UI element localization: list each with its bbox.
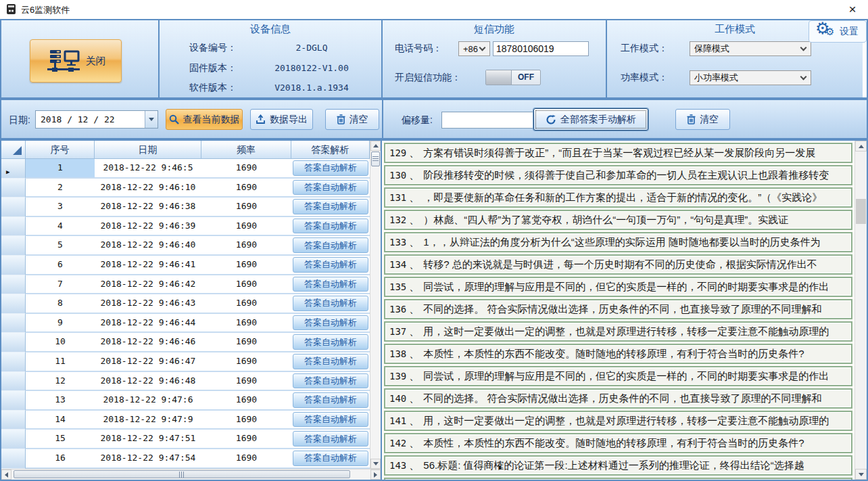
column-header-date[interactable]: 日期 bbox=[95, 141, 201, 159]
message-row[interactable]: 131、，即是要使新的革命任务和新的工作方案的提出，适合于新的情况的变化。”（《… bbox=[384, 187, 852, 208]
table-row[interactable]: 8 2018-12-22 9:46:43 1690 答案自动解析 bbox=[1, 294, 381, 314]
table-row[interactable]: 6 2018-12-22 9:46:41 1690 答案自动解析 bbox=[1, 256, 381, 275]
row-header[interactable] bbox=[1, 275, 26, 295]
table-row[interactable]: 14 2018-12-22 9:47:9 1690 答案自动解析 bbox=[1, 411, 381, 430]
table-row[interactable]: 16 2018-12-22 9:47:54 1690 答案自动解析 bbox=[1, 449, 381, 469]
messages-vscroll-thumb[interactable] bbox=[856, 199, 866, 224]
grid-vscroll-thumb[interactable] bbox=[371, 152, 380, 166]
row-header[interactable] bbox=[1, 333, 26, 352]
grid-hscroll-thumb[interactable] bbox=[14, 470, 350, 478]
message-number: 138 bbox=[389, 348, 406, 359]
table-row[interactable]: 4 2018-12-22 9:46:39 1690 答案自动解析 bbox=[1, 217, 381, 237]
auto-parse-button[interactable]: 答案自动解析 bbox=[293, 431, 368, 446]
row-header[interactable] bbox=[1, 314, 26, 334]
window-close-icon[interactable]: × bbox=[844, 1, 861, 18]
up-arrow-icon bbox=[859, 145, 864, 148]
sms-toggle-switch[interactable]: OFF bbox=[485, 70, 541, 85]
message-row[interactable]: 132、）林彪、“四人帮”为了篡党夺权，胡诌什么“一句顶一万句”，“句句是真理”… bbox=[384, 210, 852, 230]
row-header[interactable] bbox=[1, 391, 26, 411]
table-row[interactable]: 15 2018-12-22 9:47:51 1690 答案自动解析 bbox=[1, 430, 381, 449]
auto-parse-button[interactable]: 答案自动解析 bbox=[293, 296, 368, 311]
clear-grid-button[interactable]: 清空 bbox=[325, 109, 379, 130]
power-mode-select[interactable]: 小功率模式 bbox=[690, 70, 811, 85]
scroll-up-button[interactable] bbox=[855, 141, 867, 152]
grid-vertical-scrollbar[interactable] bbox=[370, 141, 381, 469]
auto-parse-button[interactable]: 答案自动解析 bbox=[293, 257, 368, 273]
date-picker[interactable]: 2018 / 12 / 22 bbox=[35, 110, 158, 129]
parse-all-answers-button[interactable]: 全部答案手动解析 bbox=[533, 108, 648, 131]
table-row[interactable]: 13 2018-12-22 9:47:6 1690 答案自动解析 bbox=[1, 391, 381, 411]
phone-number-input[interactable] bbox=[493, 41, 589, 56]
row-header[interactable] bbox=[1, 449, 26, 469]
scroll-right-button[interactable] bbox=[370, 469, 381, 480]
table-row[interactable]: 1 2018-12-22 9:46:5 1690 答案自动解析 bbox=[1, 159, 381, 179]
table-row[interactable]: 10 2018-12-22 9:46:46 1690 答案自动解析 bbox=[1, 333, 381, 352]
view-current-data-button[interactable]: 查看当前数据 bbox=[166, 109, 243, 130]
auto-parse-button[interactable]: 答案自动解析 bbox=[293, 219, 368, 234]
auto-parse-button[interactable]: 答案自动解析 bbox=[293, 277, 368, 292]
column-header-answer-parse[interactable]: 答案解析 bbox=[291, 141, 370, 159]
export-data-button[interactable]: 数据导出 bbox=[250, 109, 313, 130]
clear-messages-button[interactable]: 清空 bbox=[675, 109, 730, 130]
auto-parse-button[interactable]: 答案自动解析 bbox=[293, 160, 368, 176]
auto-parse-button[interactable]: 答案自动解析 bbox=[293, 237, 368, 253]
select-all-corner[interactable] bbox=[1, 141, 26, 159]
auto-parse-button[interactable]: 答案自动解析 bbox=[293, 412, 368, 428]
row-header[interactable] bbox=[1, 430, 26, 449]
message-row[interactable]: 139、同尝试，原理的理解与应用是不同的，但它的实质是一样的，不同的时期要实事求… bbox=[384, 366, 852, 386]
row-header[interactable] bbox=[1, 411, 26, 430]
column-header-frequency[interactable]: 频率 bbox=[201, 141, 291, 159]
scroll-down-button[interactable] bbox=[855, 469, 867, 480]
message-row[interactable]: 141、用，这时一定要做出一定的调整，也就是对原理进行转移，转移一定要注意不能触… bbox=[384, 411, 852, 431]
message-row[interactable]: 133、1，，从辩证法的角度分析为什么“这些原理的实际运用 随时随地都要以当时的… bbox=[384, 232, 852, 252]
table-row[interactable]: 2 2018-12-22 9:46:10 1690 答案自动解析 bbox=[1, 179, 381, 198]
message-row[interactable]: 143、56.标题: 值得商榷的论证第一段:上述材料通过一系列的推理论证，终得出… bbox=[384, 455, 852, 476]
message-row[interactable]: 135、同尝试，原理的理解与应用是不同的，但它的实质是一样的，不同的时期要实事求… bbox=[384, 277, 852, 297]
row-header[interactable] bbox=[1, 217, 26, 237]
hscroll-track[interactable] bbox=[11, 469, 370, 480]
message-row[interactable]: 138、本质性，本质性的东西不能改变。随时随地的转移原理，有利于符合当时的历史条… bbox=[384, 344, 852, 364]
top-panel-area: 关闭 设备信息 设备编号： 2-DGLQ 固件版本： 20180122-V1.0… bbox=[0, 19, 868, 99]
row-header[interactable] bbox=[1, 179, 26, 198]
auto-parse-button[interactable]: 答案自动解析 bbox=[293, 373, 368, 389]
message-row[interactable]: 140、不同的选择。 符合实际情况做出选择，历史条件的不同，也直接导致了原理的不… bbox=[384, 388, 852, 409]
scroll-down-button[interactable] bbox=[370, 459, 381, 469]
auto-parse-button[interactable]: 答案自动解析 bbox=[293, 392, 368, 408]
row-header[interactable] bbox=[1, 294, 26, 314]
date-dropdown-button[interactable] bbox=[145, 111, 158, 128]
row-header[interactable] bbox=[1, 256, 26, 275]
auto-parse-button[interactable]: 答案自动解析 bbox=[293, 451, 368, 466]
auto-parse-button[interactable]: 答案自动解析 bbox=[293, 354, 368, 369]
grid-horizontal-scrollbar[interactable] bbox=[1, 469, 381, 480]
message-row[interactable]: 130、阶段推移转变的时候，须得善于使自己和参加革命的一切人员在主观认识上也跟着… bbox=[384, 165, 852, 185]
row-header[interactable] bbox=[1, 236, 26, 256]
message-row[interactable]: 134、转移? 总的来说就是与时俱进，每一个历史时期有不同的历史使命，根据实际情… bbox=[384, 254, 852, 275]
table-row[interactable]: 9 2018-12-22 9:46:44 1690 答案自动解析 bbox=[1, 314, 381, 334]
column-header-index[interactable]: 序号 bbox=[26, 141, 95, 159]
row-header[interactable] bbox=[1, 372, 26, 392]
row-header[interactable] bbox=[1, 352, 26, 372]
message-row[interactable]: 136、不同的选择。 符合实际情况做出选择，历史条件的不同，也直接导致了原理的不… bbox=[384, 299, 852, 319]
messages-vertical-scrollbar[interactable] bbox=[854, 141, 867, 480]
message-row[interactable]: 142、本质性，本质性的东西不能改变。随时随地的转移原理，有利于符合当时的历史条… bbox=[384, 433, 852, 453]
scroll-up-button[interactable] bbox=[370, 141, 381, 151]
table-row[interactable]: 3 2018-12-22 9:46:38 1690 答案自动解析 bbox=[1, 198, 381, 217]
country-code-select[interactable]: +86 bbox=[458, 41, 490, 56]
auto-parse-button[interactable]: 答案自动解析 bbox=[293, 199, 368, 214]
disconnect-button[interactable]: 关闭 bbox=[30, 39, 122, 83]
table-row[interactable]: 12 2018-12-22 9:46:48 1690 答案自动解析 bbox=[1, 372, 381, 392]
auto-parse-button[interactable]: 答案自动解析 bbox=[293, 334, 368, 350]
row-header[interactable] bbox=[1, 198, 26, 217]
auto-parse-button[interactable]: 答案自动解析 bbox=[293, 180, 368, 196]
message-row[interactable]: 137、用，这时一定要做出一定的调整，也就是对原理进行转移，转移一定要注意不能触… bbox=[384, 321, 852, 342]
scroll-left-button[interactable] bbox=[1, 469, 11, 480]
settings-button[interactable]: ⚙⚙ 设置 bbox=[809, 20, 867, 43]
auto-parse-button[interactable]: 答案自动解析 bbox=[293, 315, 368, 331]
cell-action: 答案自动解析 bbox=[291, 411, 370, 430]
work-mode-select[interactable]: 保障模式 bbox=[690, 41, 811, 56]
table-row[interactable]: 7 2018-12-22 9:46:42 1690 答案自动解析 bbox=[1, 275, 381, 295]
message-row[interactable]: 129、方案有错误时须得善于改正”，“而且在于当某一客观过程已经从某一发展阶段向… bbox=[384, 143, 852, 163]
table-row[interactable]: 11 2018-12-22 9:46:47 1690 答案自动解析 bbox=[1, 352, 381, 372]
row-header[interactable] bbox=[1, 159, 26, 179]
table-row[interactable]: 5 2018-12-22 9:46:40 1690 答案自动解析 bbox=[1, 236, 381, 256]
